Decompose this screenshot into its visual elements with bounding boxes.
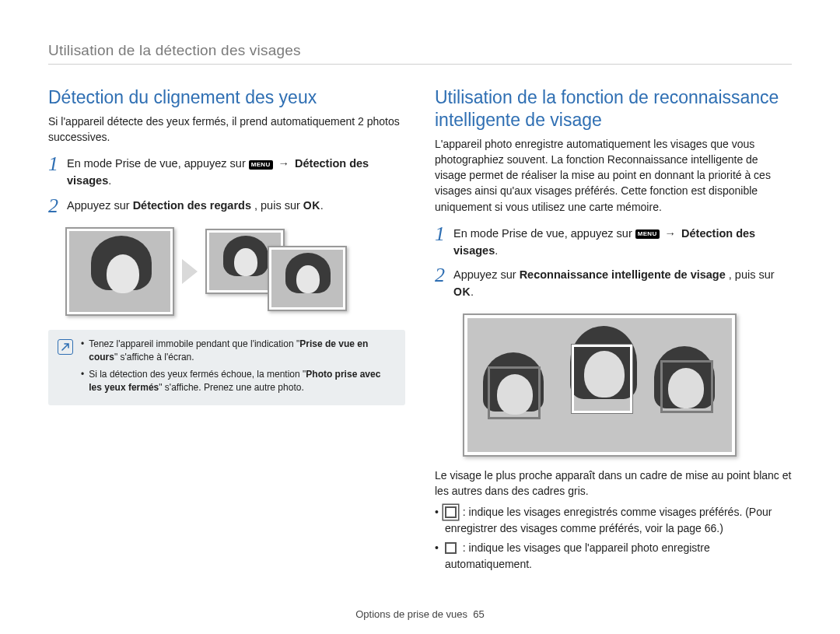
focus-box-gray-left xyxy=(488,366,541,419)
note-list: • Tenez l'appareil immobile pendant que … xyxy=(81,338,396,398)
note1-post: " s'affiche à l'écran. xyxy=(114,352,194,363)
note-box: • Tenez l'appareil immobile pendant que … xyxy=(48,330,405,406)
note2-post: " s'affiche. Prenez une autre photo. xyxy=(159,382,303,393)
photo-stack xyxy=(205,229,369,314)
step2-bold: Détection des regards xyxy=(133,199,251,212)
ok-button-icon: OK xyxy=(453,285,471,298)
ok-button-icon: OK xyxy=(303,199,320,212)
r-step-1: 1 En mode Prise de vue, appuyez sur MENU… xyxy=(435,226,792,260)
left-column: Détection du clignement des yeux Si l'ap… xyxy=(48,86,405,576)
legend-square-double-icon xyxy=(445,506,457,518)
rstep2-pre: Appuyez sur xyxy=(453,268,520,281)
footer-section: Options de prise de vues xyxy=(355,608,467,620)
step-2-text: Appuyez sur Détection des regards , puis… xyxy=(67,198,405,215)
group-photo xyxy=(467,318,732,452)
legend1-text: : indique les visages enregistrés comme … xyxy=(445,506,772,534)
photo-frame-result-2 xyxy=(268,246,347,311)
step-1-text: En mode Prise de vue, appuyez sur MENU →… xyxy=(67,156,405,190)
left-title: Détection du clignement des yeux xyxy=(48,86,405,109)
arrow-icon: → xyxy=(278,157,290,170)
legend2-text: : indique les visages que l'appareil pho… xyxy=(445,541,710,570)
menu-button-icon: MENU xyxy=(635,229,660,239)
r-step-number-2: 2 xyxy=(435,265,453,285)
r-step-number-1: 1 xyxy=(435,224,453,244)
arrow-icon: → xyxy=(665,227,677,240)
photo-frame-single xyxy=(65,227,174,316)
legend-item-auto: • : indique les visages que l'appareil p… xyxy=(435,540,792,573)
rstep2-post: , puis sur xyxy=(729,268,775,281)
rstep1-pre: En mode Prise de vue, appuyez sur xyxy=(453,227,635,240)
photo-person-closed-eyes xyxy=(69,231,170,312)
note1-pre: Tenez l'appareil immobile pendant que l'… xyxy=(89,338,299,349)
note-item-1: • Tenez l'appareil immobile pendant que … xyxy=(81,338,396,365)
note-icon xyxy=(58,339,73,355)
footer-page-number: 65 xyxy=(473,608,484,620)
two-column-layout: Détection du clignement des yeux Si l'ap… xyxy=(48,86,792,576)
note-item-2: • Si la détection des yeux fermés échoue… xyxy=(81,368,396,395)
blink-illustration xyxy=(65,227,405,316)
legend-square-single-icon xyxy=(445,542,457,554)
legend-list: • : indique les visages enregistrés comm… xyxy=(435,504,792,573)
step-1: 1 En mode Prise de vue, appuyez sur MENU… xyxy=(48,156,405,190)
step-2: 2 Appuyez sur Détection des regards , pu… xyxy=(48,198,405,216)
left-intro: Si l'appareil détecte des yeux fermés, i… xyxy=(48,114,405,145)
step1-pre: En mode Prise de vue, appuyez sur xyxy=(67,157,249,170)
step2-pre: Appuyez sur xyxy=(67,199,133,212)
right-steps: 1 En mode Prise de vue, appuyez sur MENU… xyxy=(435,226,792,301)
triangle-arrow-icon xyxy=(182,259,198,284)
step-number-2: 2 xyxy=(48,196,67,216)
note2-pre: Si la détection des yeux fermés échoue, … xyxy=(89,369,306,380)
legend-item-preferred: • : indique les visages enregistrés comm… xyxy=(435,504,792,537)
left-steps: 1 En mode Prise de vue, appuyez sur MENU… xyxy=(48,156,405,216)
r-step-2: 2 Appuyez sur Reconnaissance intelligent… xyxy=(435,267,792,301)
group-photo-frame xyxy=(463,313,737,457)
step-number-1: 1 xyxy=(48,154,67,174)
rstep2-bold: Reconnaissance intelligente de visage xyxy=(520,268,726,281)
right-title: Utilisation de la fonction de reconnaiss… xyxy=(435,86,792,131)
r-step-2-text: Appuyez sur Reconnaissance intelligente … xyxy=(453,267,792,301)
right-intro: L'appareil photo enregistre automatiquem… xyxy=(435,136,792,215)
page-footer: Options de prise de vues 65 xyxy=(0,608,840,620)
focus-description: Le visage le plus proche apparaît dans u… xyxy=(435,468,792,499)
focus-box-white-center xyxy=(572,345,632,413)
r-step-1-text: En mode Prise de vue, appuyez sur MENU →… xyxy=(453,226,792,260)
section-header: Utilisation de la détection des visages xyxy=(48,42,792,65)
manual-page: Utilisation de la détection des visages … xyxy=(0,0,840,634)
focus-box-gray-right xyxy=(660,360,713,413)
menu-button-icon: MENU xyxy=(249,160,273,170)
step2-post: , puis sur xyxy=(254,199,303,212)
right-column: Utilisation de la fonction de reconnaiss… xyxy=(435,86,792,576)
